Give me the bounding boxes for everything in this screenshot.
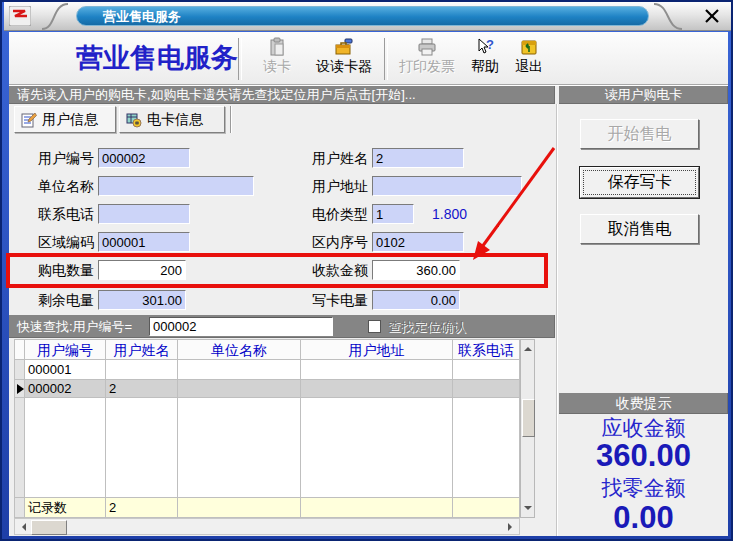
remaining-power-field[interactable] xyxy=(98,290,186,310)
locate-confirm-checkbox[interactable] xyxy=(368,320,381,333)
row-indicator-cell xyxy=(15,380,25,398)
locate-confirm-label: 查找定位确认 xyxy=(388,315,466,338)
svg-text:?: ? xyxy=(486,37,494,52)
right-panel-header: 读用户购电卡 xyxy=(559,86,728,104)
price-rate-value: 1.800 xyxy=(432,204,467,224)
charge-notice-header: 收费提示 xyxy=(559,393,728,414)
close-button[interactable] xyxy=(703,8,721,24)
cell-unit-name xyxy=(178,360,301,380)
help-button[interactable]: ? 帮助 xyxy=(466,37,504,81)
panel-divider xyxy=(556,104,557,536)
toolbox-icon xyxy=(334,37,354,57)
area-serial-field[interactable] xyxy=(372,232,464,252)
set-reader-label: 设读卡器 xyxy=(312,58,376,74)
table-row[interactable]: 000001 xyxy=(15,360,520,380)
unit-name-field[interactable] xyxy=(98,176,254,196)
horizontal-scrollbar[interactable] xyxy=(14,518,520,535)
scroll-right-icon[interactable] xyxy=(508,523,516,531)
purchase-qty-field[interactable] xyxy=(98,260,186,280)
save-write-card-button[interactable]: 保存写卡 xyxy=(580,167,699,198)
cancel-sale-button[interactable]: 取消售电 xyxy=(580,214,699,244)
col-unit-name[interactable]: 单位名称 xyxy=(178,339,301,360)
app-window: 营业售电服务 营业售电服务 读卡 设读卡器 xyxy=(0,0,733,541)
write-card-power-label: 写卡电量 xyxy=(296,290,368,310)
cell-user-name xyxy=(106,360,178,380)
table-footer-row: 记录数 2 xyxy=(15,498,520,518)
scroll-up-icon[interactable] xyxy=(524,343,532,351)
user-id-label: 用户编号 xyxy=(22,148,94,168)
toolbar-separator xyxy=(238,38,242,80)
help-label: 帮助 xyxy=(466,58,504,74)
exit-folder-icon xyxy=(519,37,539,57)
user-info-icon xyxy=(21,112,37,128)
cell-user-address xyxy=(301,380,453,398)
table-header-row: 用户编号 用户姓名 单位名称 用户地址 联系电话 xyxy=(15,339,520,360)
contact-phone-field[interactable] xyxy=(98,204,190,224)
clipboard-icon xyxy=(267,37,287,57)
cell-unit-name xyxy=(178,380,301,398)
write-card-power-field[interactable] xyxy=(372,290,460,310)
cell-contact-phone xyxy=(453,360,520,380)
read-card-button: 读卡 xyxy=(248,37,306,81)
record-count-value: 2 xyxy=(106,498,178,518)
table-row-selected[interactable]: 000002 2 xyxy=(15,380,520,398)
payment-amount-label: 收款金额 xyxy=(296,260,368,280)
exit-button[interactable]: 退出 xyxy=(510,37,548,81)
quick-search-label: 快速查找:用户编号= xyxy=(17,315,132,338)
record-count-label: 记录数 xyxy=(25,498,106,518)
col-user-address[interactable]: 用户地址 xyxy=(301,339,453,360)
row-indicator-header xyxy=(15,339,25,360)
page-title: 营业售电服务 xyxy=(76,38,246,78)
toolbar-separator xyxy=(384,38,388,80)
row-indicator-cell xyxy=(15,360,25,380)
table-empty-area xyxy=(15,398,520,498)
window-title-text: 营业售电服务 xyxy=(103,9,181,24)
tabstrip-divider xyxy=(230,106,231,133)
scroll-left-icon[interactable] xyxy=(18,523,26,531)
col-user-id[interactable]: 用户编号 xyxy=(25,339,106,360)
area-serial-label: 区内序号 xyxy=(296,232,368,252)
vertical-scroll-thumb[interactable] xyxy=(522,399,535,437)
print-invoice-button: 打印发票 xyxy=(394,37,460,81)
user-table: 用户编号 用户姓名 单位名称 用户地址 联系电话 000001 000002 2 xyxy=(14,339,520,518)
scroll-down-icon[interactable] xyxy=(524,506,532,514)
area-code-label: 区域编码 xyxy=(22,232,94,252)
horizontal-scroll-thumb[interactable] xyxy=(31,520,67,535)
quick-search-input[interactable] xyxy=(149,317,333,336)
change-amount-value: 0.00 xyxy=(559,500,728,536)
tab-user-info[interactable]: 用户信息 xyxy=(14,106,116,133)
area-code-field[interactable] xyxy=(98,232,190,252)
current-row-arrow-icon xyxy=(17,384,25,394)
change-amount-label: 找零金额 xyxy=(559,474,728,502)
print-invoice-label: 打印发票 xyxy=(394,58,460,74)
status-message: 请先读入用户的购电卡,如购电卡遗失请先查找定位用户后点击[开始]... xyxy=(9,86,555,104)
price-type-field[interactable] xyxy=(372,204,414,224)
window-titlebar: 营业售电服务 xyxy=(4,2,733,31)
col-user-name[interactable]: 用户姓名 xyxy=(106,339,178,360)
user-id-field[interactable] xyxy=(98,148,190,168)
exit-label: 退出 xyxy=(510,58,548,74)
purchase-qty-label: 购电数量 xyxy=(22,260,94,280)
user-address-field[interactable] xyxy=(372,176,522,196)
tab-card-info[interactable]: 电卡信息 xyxy=(119,106,225,133)
printer-icon xyxy=(417,37,437,57)
user-name-field[interactable] xyxy=(372,148,464,168)
vertical-scrollbar[interactable] xyxy=(520,339,535,518)
app-logo-icon xyxy=(9,6,31,26)
user-name-label: 用户姓名 xyxy=(296,148,368,168)
card-info-icon xyxy=(126,112,142,128)
cell-user-id: 000001 xyxy=(25,360,106,380)
read-card-label: 读卡 xyxy=(248,58,306,74)
payment-amount-field[interactable] xyxy=(372,260,460,280)
help-cursor-icon: ? xyxy=(475,37,495,57)
col-contact-phone[interactable]: 联系电话 xyxy=(453,339,520,360)
contact-phone-label: 联系电话 xyxy=(22,204,94,224)
cell-contact-phone xyxy=(453,380,520,398)
start-sale-button: 开始售电 xyxy=(580,119,699,149)
set-reader-button[interactable]: 设读卡器 xyxy=(312,37,376,81)
titlebar-title: 营业售电服务 xyxy=(76,6,649,26)
user-address-label: 用户地址 xyxy=(296,176,368,196)
remaining-power-label: 剩余电量 xyxy=(22,290,94,310)
cell-user-name: 2 xyxy=(106,380,178,398)
cell-user-address xyxy=(301,360,453,380)
